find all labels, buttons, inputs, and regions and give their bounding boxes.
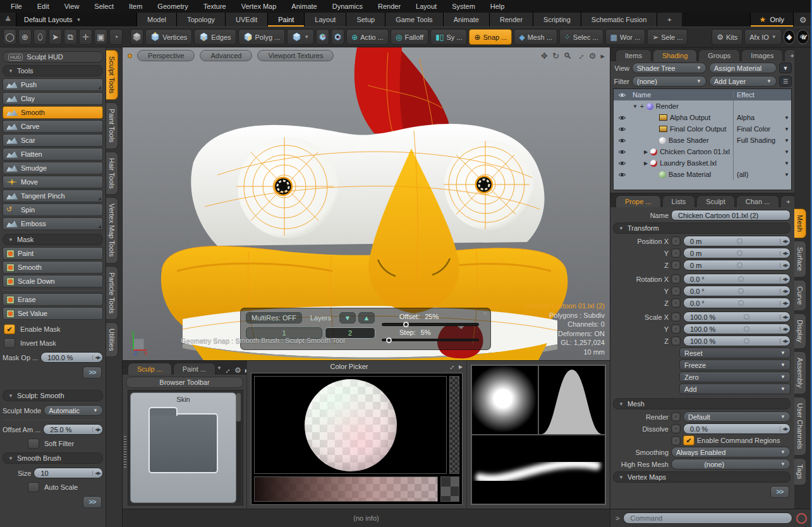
chevron-down-icon[interactable]: ▼ — [784, 172, 789, 178]
menu-system[interactable]: System — [445, 1, 482, 11]
menu-vertex-map[interactable]: Vertex Map — [234, 1, 284, 11]
channel-dot-button[interactable] — [671, 236, 681, 246]
action-axis-cube-icon[interactable] — [331, 29, 344, 45]
color-sphere[interactable] — [305, 379, 397, 471]
symmetry-button[interactable]: ▮▯Sy ... — [430, 29, 467, 45]
tab-game-tools[interactable]: Game Tools — [385, 13, 443, 27]
properties-more-button[interactable]: >> — [770, 486, 789, 498]
menu-dynamics[interactable]: Dynamics — [325, 1, 370, 11]
mask-more-button[interactable]: >> — [83, 366, 102, 379]
item-mode-dropdown[interactable]: ▼ — [287, 29, 314, 45]
step-slider-knob[interactable] — [386, 337, 392, 343]
tab-utilities[interactable]: Utilities — [106, 322, 118, 357]
tool-spin[interactable]: ↺Spin — [3, 203, 103, 216]
mask-set-value-button[interactable]: Set Value — [3, 307, 103, 320]
items-mode-cube-icon[interactable] — [130, 29, 143, 45]
spinner-icon[interactable]: ◀▶ — [780, 301, 788, 306]
pan-icon[interactable]: ✥ — [541, 51, 548, 61]
position-z-field[interactable]: 0 m◀▶ — [683, 260, 791, 270]
viewport-state-dot-icon[interactable] — [128, 54, 132, 58]
spinner-icon[interactable]: ◀▶ — [780, 427, 788, 432]
duplicate-tool-icon[interactable]: ⧉ — [64, 29, 77, 45]
tab-particle-tools[interactable]: Particle Tools — [106, 266, 118, 320]
action-center-button[interactable]: ⊕Actio ... — [346, 29, 389, 45]
spinner-icon[interactable]: ◀▶ — [780, 327, 788, 332]
channel-dot-button[interactable] — [671, 260, 681, 270]
tab-paint-browser[interactable]: Paint ... — [173, 363, 215, 375]
ellipse-primitive-icon[interactable]: ◯ — [3, 29, 16, 45]
mask-erase-button[interactable]: Erase — [3, 293, 103, 306]
radial-tool-icon[interactable]: ◔ — [109, 29, 123, 45]
item-name-field[interactable]: Chicken Cartoon 01.lxl (2) — [671, 210, 791, 221]
tools-section-header[interactable]: ▼Tools — [3, 65, 103, 76]
position-y-field[interactable]: 0 m◀▶ — [683, 248, 791, 258]
color-sphere-area[interactable] — [254, 376, 447, 474]
menu-layout[interactable]: Layout — [409, 1, 444, 11]
edges-mode-button[interactable]: Edges — [194, 29, 236, 45]
brush-more-button[interactable]: >> — [83, 496, 102, 508]
spinner-icon[interactable]: ◀▶ — [780, 263, 788, 268]
tab-paint[interactable]: Paint — [267, 13, 304, 27]
tab-lists[interactable]: Lists — [662, 195, 696, 207]
tab-shading[interactable]: Shading — [653, 49, 697, 61]
layer-down-button[interactable]: ▼ — [339, 312, 356, 324]
channel-dot-button[interactable] — [671, 324, 681, 334]
mesh-constraint-button[interactable]: ◆Mesh ... — [514, 29, 557, 45]
selection-set-button[interactable]: ⁘Selec ... — [559, 29, 603, 45]
add-layer-dropdown[interactable]: Add Layer▼ — [709, 76, 777, 87]
tool-emboss[interactable]: Emboss — [3, 217, 103, 230]
rotation-x-field[interactable]: 0.0 °◀▶ — [683, 274, 791, 284]
spinner-icon[interactable]: ◀▶ — [92, 427, 100, 432]
tool-smooth[interactable]: Smooth — [3, 106, 103, 119]
render-dropdown[interactable]: Default▼ — [683, 411, 791, 422]
chevron-down-icon[interactable]: ▼ — [784, 138, 789, 143]
layout-up-icon[interactable]: ≜ — [0, 13, 16, 27]
vertex-maps-section-header[interactable]: ▼Vertex Maps — [613, 471, 791, 483]
spinner-icon[interactable]: ◀▶ — [92, 355, 100, 360]
maximize-icon[interactable]: ↔ — [574, 49, 586, 62]
record-icon[interactable] — [796, 513, 807, 524]
scale-y-field[interactable]: 100.0 %◀▶ — [683, 324, 791, 334]
brush-tip-preview[interactable] — [471, 365, 538, 435]
mask-opacity-field[interactable]: 100.0 %◀▶ — [40, 352, 103, 363]
tab-groups[interactable]: Groups — [698, 49, 740, 61]
menu-animate[interactable]: Animate — [284, 1, 324, 11]
channel-dot-button[interactable] — [671, 412, 681, 421]
tool-tangent-pinch[interactable]: Tangent Pinch — [3, 190, 103, 202]
scale-z-field[interactable]: 100.0 %◀▶ — [683, 336, 791, 346]
mask-paint-button[interactable]: Paint — [3, 247, 103, 260]
spinner-icon[interactable]: ◀▶ — [780, 239, 788, 244]
channel-dot-button[interactable] — [671, 312, 681, 322]
offset-slider-knob[interactable] — [403, 322, 409, 327]
mesh-section-header[interactable]: ▼Mesh — [613, 398, 791, 409]
tab-uvedit[interactable]: UVEdit — [225, 13, 267, 27]
tab-channels[interactable]: Chan ... — [736, 195, 780, 207]
tab-add-layout[interactable]: + — [657, 13, 681, 27]
tree-row-chicken-cartoon[interactable]: ▶Chicken Cartoon 01.lxl ▼ — [614, 146, 791, 157]
preset-skin-folder[interactable]: Skin — [130, 392, 236, 503]
filter-funnel-icon[interactable]: ▼ — [779, 63, 792, 73]
tab-display[interactable]: Display — [794, 313, 806, 349]
visibility-toggle[interactable] — [614, 149, 630, 155]
chevron-down-icon[interactable]: ▼ — [784, 126, 789, 132]
pen-tool-icon[interactable]: ⬯ — [33, 29, 47, 45]
advanced-button[interactable]: Advanced — [200, 50, 252, 61]
rotation-z-field[interactable]: 0.0 °◀▶ — [683, 298, 791, 308]
visibility-toggle[interactable] — [614, 172, 630, 178]
panel-arrow-icon[interactable]: ▸ — [459, 362, 463, 371]
enable-command-regions-checkbox[interactable] — [683, 435, 694, 445]
channel-dot-button[interactable] — [671, 424, 681, 433]
sculpt-hud-button[interactable]: HUDSculpt HUD — [3, 51, 103, 63]
column-name[interactable]: Name — [630, 91, 733, 99]
offset-amount-field[interactable]: 25.0 %◀▶ — [43, 424, 103, 435]
work-plane-button[interactable]: ▦Wor ... — [605, 29, 646, 45]
falloff-button[interactable]: ◎Falloff — [391, 29, 428, 45]
menu-select[interactable]: Select — [87, 1, 121, 11]
expand-triangle-icon[interactable]: ▼ — [633, 104, 638, 109]
kits-button[interactable]: ⚙Kits — [712, 29, 742, 45]
enable-mask-checkbox[interactable] — [4, 324, 15, 334]
tab-user-channels[interactable]: User Channels — [794, 397, 806, 456]
maximize-icon[interactable]: ↔ — [221, 365, 233, 376]
tool-scar[interactable]: Scar — [3, 134, 103, 147]
dissolve-field[interactable]: 0.0 %◀▶ — [683, 423, 791, 434]
